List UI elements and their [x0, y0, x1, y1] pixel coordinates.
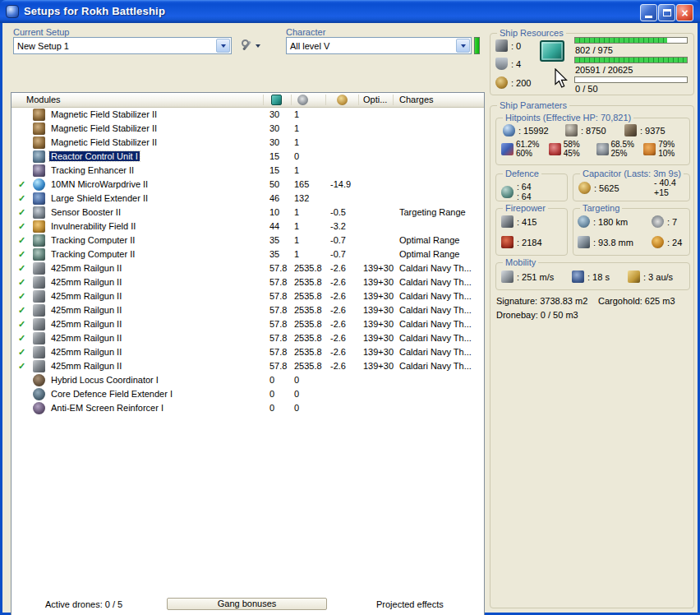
module-active-check-icon[interactable]: ✓	[18, 319, 29, 330]
sensor-strength-value: : 24	[667, 238, 682, 247]
scan-resolution-icon	[578, 236, 590, 248]
module-row[interactable]: ✓425mm Railgun II57.82535.8-2.6139+30Cal…	[12, 318, 484, 332]
app-icon	[6, 5, 19, 18]
module-row[interactable]: Anti-EM Screen Reinforcer I00	[12, 402, 484, 416]
module-row[interactable]: ✓Large Shield Extender II46132	[12, 192, 484, 206]
targeting-range-icon	[578, 215, 590, 228]
module-row[interactable]: ✓425mm Railgun II57.82535.8-2.6139+30Cal…	[12, 346, 484, 360]
character-combobox[interactable]: All level V	[286, 37, 472, 54]
module-row[interactable]: Core Defence Field Extender I00	[12, 388, 484, 402]
module-row[interactable]: Tracking Enhancer II151	[12, 164, 484, 178]
chevron-down-icon[interactable]	[456, 39, 470, 53]
powergrid-column-icon[interactable]	[297, 95, 308, 105]
module-row[interactable]: Magnetic Field Stabilizer II301	[12, 109, 484, 123]
module-charges-value: Caldari Navy Th...	[399, 277, 472, 287]
module-row[interactable]: ✓425mm Railgun II57.82535.8-2.6139+30Cal…	[12, 262, 484, 276]
module-row[interactable]: ✓Tracking Computer II351-0.7Optimal Rang…	[12, 234, 484, 248]
maximize-button[interactable]	[658, 4, 675, 21]
titlebar[interactable]: Setups for Rokh Battleship ×	[0, 0, 700, 23]
structure-hp-value: : 9375	[640, 126, 665, 136]
charges-column-header[interactable]: Charges	[399, 95, 434, 104]
module-active-check-icon[interactable]: ✓	[18, 193, 29, 204]
module-row[interactable]: Magnetic Field Stabilizer II301	[12, 136, 484, 150]
minimize-icon	[645, 16, 652, 18]
module-row[interactable]: ✓Invulnerability Field II441-3.2	[12, 220, 484, 234]
module-charges-value: Optimal Range	[399, 249, 459, 259]
module-active-check-icon[interactable]: ✓	[18, 179, 29, 190]
module-optimal-value: 139+30	[363, 347, 394, 357]
current-setup-combobox[interactable]: New Setup 1	[13, 37, 232, 54]
cpu-column-icon[interactable]	[271, 95, 282, 105]
mobility-title: Mobility	[503, 257, 538, 268]
kinetic-resist-cell: 68.5%25%	[593, 140, 641, 158]
module-cpu-value: 57.8	[269, 263, 287, 273]
module-row[interactable]: ✓Tracking Computer II351-0.7Optimal Rang…	[12, 248, 484, 262]
module-row[interactable]: Magnetic Field Stabilizer II301	[12, 123, 484, 136]
module-name: Core Defence Field Extender I	[49, 389, 174, 399]
module-charges-value: Caldari Navy Th...	[399, 347, 472, 357]
defence-title: Defence	[503, 168, 541, 179]
module-active-check-icon[interactable]: ✓	[18, 361, 29, 372]
modules-panel: Modules Opti... Charges Magnetic Field S…	[11, 92, 485, 615]
capacitor-amount-value: : 5625	[594, 183, 619, 193]
module-active-check-icon[interactable]: ✓	[18, 263, 29, 274]
module-active-check-icon[interactable]: ✓	[18, 333, 29, 344]
character-value: All level V	[287, 41, 455, 51]
module-active-check-icon[interactable]: ✓	[18, 347, 29, 358]
module-active-check-icon[interactable]: ✓	[18, 235, 29, 246]
module-active-check-icon[interactable]: ✓	[18, 221, 29, 232]
warp-speed-value: : 3 au/s	[643, 272, 673, 282]
calibration-value: : 200	[511, 78, 531, 88]
module-icon	[33, 248, 45, 261]
speed-icon	[501, 271, 513, 283]
module-row[interactable]: ✓425mm Railgun II57.82535.8-2.6139+30Cal…	[12, 304, 484, 318]
module-row[interactable]: ✓10MN MicroWarpdrive II50165-14.9	[12, 178, 484, 192]
module-active-check-icon[interactable]: ✓	[18, 207, 29, 218]
close-button[interactable]: ×	[676, 4, 693, 21]
minimize-button[interactable]	[640, 4, 657, 21]
targeting-title: Targeting	[580, 202, 622, 214]
module-name: Tracking Enhancer II	[49, 165, 136, 175]
module-icon	[33, 388, 45, 400]
module-active-check-icon[interactable]: ✓	[18, 249, 29, 260]
module-icon	[33, 360, 45, 372]
scan-resolution-value: : 93.8 mm	[593, 238, 633, 247]
window-title: Setups for Rokh Battleship	[24, 5, 165, 17]
module-active-check-icon[interactable]: ✓	[18, 305, 29, 316]
module-pg-value: 1	[294, 235, 299, 245]
max-targets-icon	[652, 215, 664, 228]
module-name: Sensor Booster II	[49, 207, 122, 217]
module-cpu-value: 46	[269, 193, 279, 203]
module-active-check-icon[interactable]: ✓	[18, 277, 29, 288]
cpu-chip-icon	[540, 40, 564, 62]
explosive-resist-cell: 79%10%	[640, 140, 688, 158]
capacitor-column-icon[interactable]	[337, 95, 348, 105]
module-row[interactable]: ✓425mm Railgun II57.82535.8-2.6139+30Cal…	[12, 276, 484, 290]
module-row[interactable]: ✓425mm Railgun II57.82535.8-2.6139+30Cal…	[12, 290, 484, 304]
module-name: Magnetic Field Stabilizer II	[49, 137, 159, 147]
projected-effects-button[interactable]: Projected effects	[376, 599, 444, 609]
module-row[interactable]: Reactor Control Unit I150	[12, 150, 484, 164]
module-active-check-icon[interactable]: ✓	[18, 291, 29, 302]
resist-top-value: 79%	[658, 140, 675, 149]
modules-column-header[interactable]: Modules	[26, 95, 61, 104]
module-charges-value: Caldari Navy Th...	[399, 333, 472, 343]
defence-top-value: : 64	[517, 182, 532, 192]
chevron-down-icon[interactable]	[216, 39, 230, 53]
kinetic-resist-icon	[596, 143, 609, 155]
module-row[interactable]: ✓425mm Railgun II57.82535.8-2.6139+30Cal…	[12, 360, 484, 374]
module-icon	[33, 234, 45, 247]
current-setup-value: New Setup 1	[14, 41, 215, 51]
module-pg-value: 132	[294, 193, 309, 203]
module-row[interactable]: ✓425mm Railgun II57.82535.8-2.6139+30Cal…	[12, 332, 484, 346]
hitpoints-box: Hitpoints (Effective HP: 70,821) : 15992…	[495, 118, 690, 165]
mobility-box: Mobility : 251 m/s : 18 s : 3 au/s	[495, 262, 690, 290]
module-icon	[33, 206, 45, 219]
module-name: 425mm Railgun II	[49, 305, 123, 315]
module-row[interactable]: ✓Sensor Booster II101-0.5Targeting Range	[12, 206, 484, 220]
module-name: 425mm Railgun II	[49, 361, 123, 371]
module-row[interactable]: Hybrid Locus Coordinator I00	[12, 374, 484, 388]
optimal-column-header[interactable]: Opti...	[363, 95, 387, 104]
setup-tools-button[interactable]	[240, 37, 271, 54]
gang-bonuses-button[interactable]: Gang bonuses	[167, 598, 327, 610]
